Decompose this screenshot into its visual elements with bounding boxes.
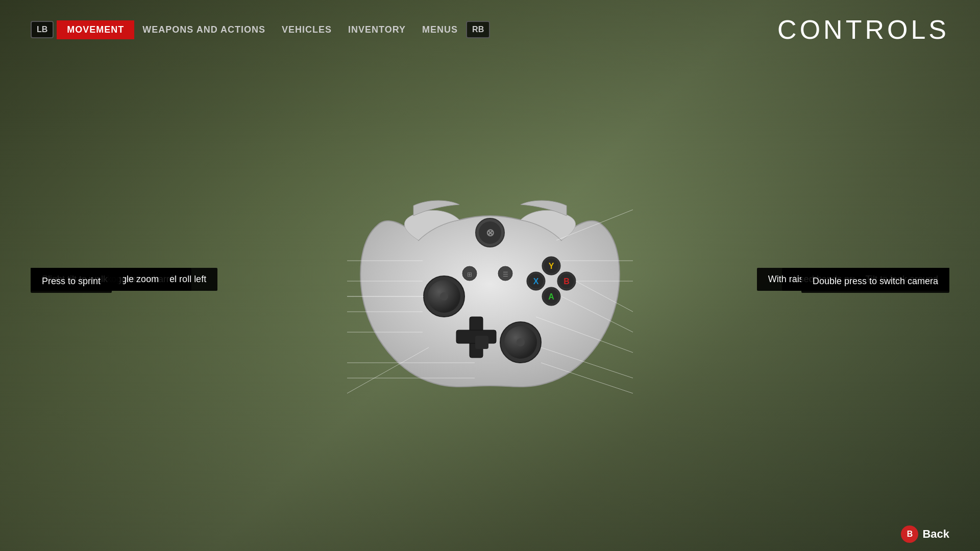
svg-text:☰: ☰	[503, 271, 508, 278]
svg-text:B: B	[564, 277, 570, 286]
back-button[interactable]: B Back	[901, 525, 949, 543]
label-sprint: Press to sprint	[31, 270, 112, 293]
svg-text:Y: Y	[549, 262, 554, 270]
svg-text:⊞: ⊞	[467, 271, 472, 278]
back-label: Back	[922, 528, 949, 541]
svg-text:⊗: ⊗	[486, 227, 495, 238]
footer: B Back	[0, 517, 980, 551]
svg-rect-11	[475, 336, 488, 349]
tab-inventory[interactable]: INVENTORY	[340, 20, 414, 39]
main-content: LB MOVEMENT WEAPONS AND ACTIONS VEHICLES…	[0, 0, 980, 551]
tab-movement[interactable]: MOVEMENT	[57, 20, 134, 39]
page-title: CONTROLS	[777, 14, 949, 45]
tab-vehicles[interactable]: VEHICLES	[274, 20, 340, 39]
tab-menus[interactable]: MENUS	[414, 20, 466, 39]
svg-text:A: A	[548, 292, 554, 301]
header: LB MOVEMENT WEAPONS AND ACTIONS VEHICLES…	[0, 0, 980, 45]
rb-button[interactable]: RB	[466, 21, 490, 38]
svg-point-5	[440, 292, 448, 300]
nav-tabs: LB MOVEMENT WEAPONS AND ACTIONS VEHICLES…	[31, 20, 493, 39]
tab-weapons[interactable]: WEAPONS AND ACTIONS	[134, 20, 274, 39]
controller-area: With raised hands hold to lean left Lean…	[0, 45, 980, 517]
back-b-icon: B	[901, 525, 918, 543]
svg-point-8	[517, 338, 525, 346]
svg-text:X: X	[533, 277, 539, 286]
lb-button[interactable]: LB	[31, 21, 54, 38]
controller: ⊗ ⊞ ☰	[347, 159, 633, 404]
label-switch-camera: Double press to switch camera	[801, 270, 949, 293]
